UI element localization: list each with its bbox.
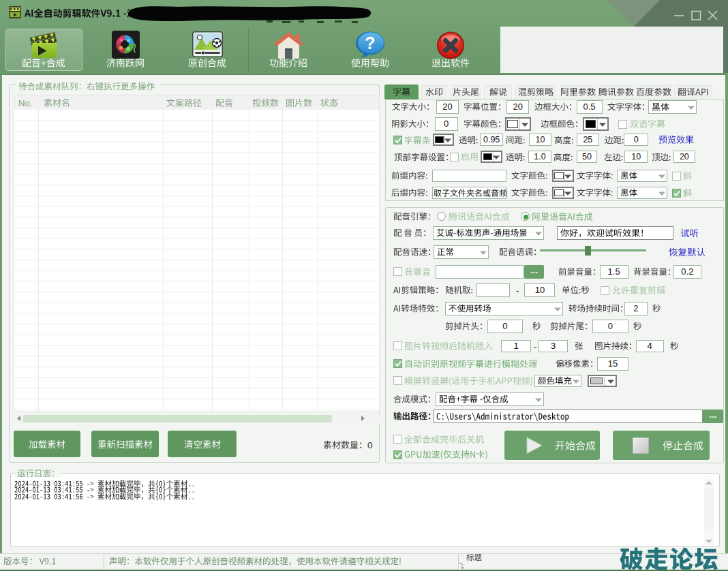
svg-text:?: ? <box>365 33 375 52</box>
